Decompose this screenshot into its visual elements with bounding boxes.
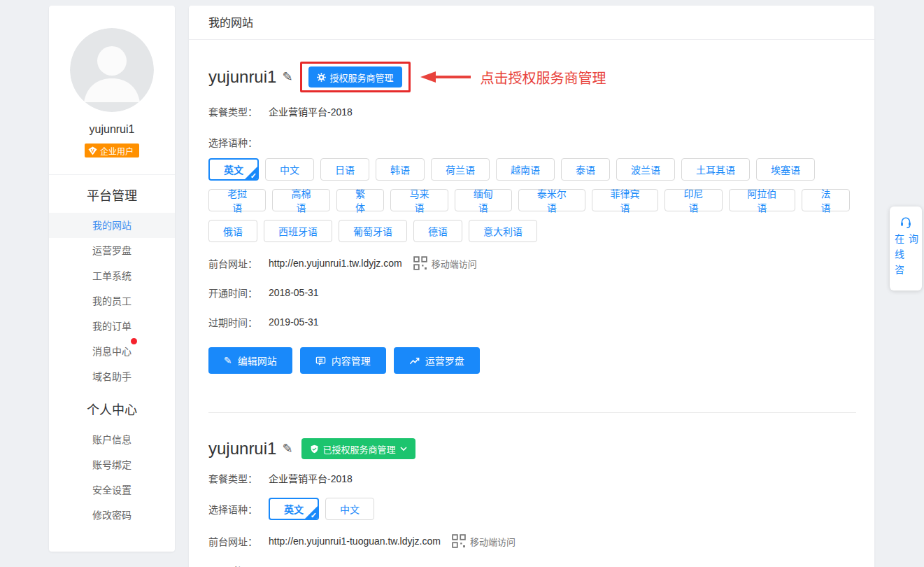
annotation-arrow	[420, 71, 471, 83]
site-url[interactable]: http://en.yujunrui1-tuoguan.tw.ldyjz.com	[269, 536, 441, 547]
package-type-value: 企业营销平台-2018	[269, 471, 353, 485]
lang-button[interactable]: 印尼语	[664, 189, 722, 211]
lang-button[interactable]: 日语	[320, 158, 369, 181]
avatar	[70, 28, 154, 112]
lang-button[interactable]: 意大利语	[469, 220, 537, 242]
notification-dot	[131, 338, 137, 344]
lang-button-english[interactable]: 英文 ✓	[269, 498, 319, 520]
lang-button[interactable]: 阿拉伯语	[729, 189, 796, 211]
sidebar-item-account-info[interactable]: 账户信息	[49, 427, 175, 452]
lang-button[interactable]: 越南语	[496, 158, 555, 181]
site-card-2: yujunrui1 ✎ 已授权服务商管理 套餐类型：	[208, 438, 856, 567]
package-type-value: 企业营销平台-2018	[269, 104, 353, 118]
language-row-2: 老挝语 高棉语 繁体 马来语 缅甸语 泰米尔语 菲律宾语 印尼语 阿拉伯语 法语	[208, 189, 856, 211]
page: yujunrui1 V 企业用户 平台管理 我的网站 运营罗盘 工单系统 我的员…	[0, 0, 924, 567]
sidebar-item-domain-helper[interactable]: 域名助手	[49, 364, 175, 389]
lang-button[interactable]: 土耳其语	[681, 158, 750, 181]
page-title: 我的网站	[189, 6, 874, 40]
open-date-label: 开通时间：	[208, 564, 269, 567]
online-consult-label: 在线咨询	[892, 234, 920, 290]
lang-button[interactable]: 繁体	[336, 189, 385, 211]
sidebar-username: yujunrui1	[49, 123, 175, 136]
lang-button[interactable]: 法语	[802, 189, 850, 211]
main-panel: 我的网站 yujunrui1 ✎	[189, 6, 874, 567]
lang-button[interactable]: 德语	[413, 220, 462, 242]
edit-name-icon[interactable]: ✎	[282, 69, 292, 85]
lang-button[interactable]: 菲律宾语	[592, 189, 659, 211]
edit-website-button[interactable]: ✎ 编辑网站	[208, 347, 292, 374]
authorize-provider-label: 授权服务商管理	[330, 71, 394, 84]
sidebar-item-account-binding[interactable]: 账号绑定	[49, 452, 175, 477]
check-icon: ✓	[250, 172, 257, 181]
user-silhouette-icon	[70, 28, 154, 112]
lang-button[interactable]: 埃塞语	[756, 158, 815, 181]
authorized-provider-label: 已授权服务商管理	[323, 442, 396, 456]
lang-button[interactable]: 马来语	[390, 189, 448, 211]
trend-up-icon	[409, 356, 420, 366]
lang-button[interactable]: 高棉语	[272, 189, 329, 211]
authorized-provider-button[interactable]: 已授权服务商管理	[301, 438, 415, 459]
authorize-provider-button[interactable]: 授权服务商管理	[308, 66, 402, 88]
open-date-label: 开通时间：	[208, 286, 269, 300]
sidebar-item-ticket-system[interactable]: 工单系统	[49, 263, 175, 288]
language-select-label: 选择语种：	[208, 502, 269, 516]
site-url-label: 前台网址：	[208, 256, 269, 270]
qr-code-icon[interactable]	[452, 534, 466, 548]
shield-check-icon	[310, 444, 319, 454]
sidebar-item-message-center[interactable]: 消息中心	[49, 339, 175, 364]
site-name: yujunrui1	[208, 67, 276, 87]
lang-button[interactable]: 老挝语	[208, 189, 266, 211]
open-date-value: 2018-05-31	[269, 287, 319, 298]
svg-text:V: V	[91, 147, 94, 153]
badge-label: 企业用户	[100, 145, 134, 157]
arrow-left-icon	[420, 71, 436, 83]
headset-icon	[899, 216, 913, 229]
lang-button[interactable]: 缅甸语	[455, 189, 512, 211]
sidebar-section-personal: 个人中心	[49, 389, 175, 419]
content-manage-button[interactable]: 内容管理	[300, 347, 386, 374]
language-row-1: 英文 ✓ 中文 日语 韩语 荷兰语 越南语 泰语 波兰语 土耳其语 埃塞语	[208, 158, 856, 181]
site-actions: ✎ 编辑网站 内容管理	[208, 347, 856, 374]
sidebar-item-my-staff[interactable]: 我的员工	[49, 288, 175, 314]
lang-button[interactable]: 泰米尔语	[518, 189, 585, 211]
lang-button[interactable]: 葡萄牙语	[339, 220, 407, 242]
sidebar-item-security-settings[interactable]: 安全设置	[49, 477, 175, 503]
online-consult-widget[interactable]: 在线咨询	[890, 206, 922, 290]
section-divider	[208, 412, 856, 413]
package-type-label: 套餐类型：	[208, 104, 269, 118]
check-icon: ✓	[311, 511, 317, 520]
expire-date-value: 2019-05-31	[269, 316, 319, 328]
site-card-1: yujunrui1 ✎	[208, 62, 856, 374]
lang-button[interactable]: 中文	[325, 498, 374, 520]
lang-button[interactable]: 俄语	[208, 220, 257, 242]
chat-icon	[315, 356, 326, 366]
sidebar: yujunrui1 V 企业用户 平台管理 我的网站 运营罗盘 工单系统 我的员…	[49, 6, 175, 552]
lang-button-english[interactable]: 英文 ✓	[208, 158, 259, 181]
sidebar-item-change-password[interactable]: 修改密码	[49, 503, 175, 528]
annotation-highlight-box: 授权服务商管理	[300, 62, 411, 92]
language-select-label: 选择语种：	[208, 135, 269, 149]
gear-icon	[317, 73, 326, 82]
mobile-access-label[interactable]: 移动端访问	[470, 535, 516, 548]
expire-date-label: 过期时间：	[208, 315, 269, 329]
lang-button[interactable]: 中文	[265, 158, 314, 181]
lang-button[interactable]: 韩语	[376, 158, 425, 181]
package-type-label: 套餐类型：	[208, 471, 269, 485]
site-name: yujunrui1	[208, 439, 276, 458]
pencil-icon: ✎	[224, 355, 232, 366]
site-url[interactable]: http://en.yujunrui1.tw.ldyjz.com	[269, 258, 402, 269]
mobile-access-label[interactable]: 移动端访问	[432, 257, 477, 270]
operation-compass-button[interactable]: 运营罗盘	[394, 347, 480, 374]
sidebar-item-my-orders[interactable]: 我的订单	[49, 314, 175, 339]
sidebar-item-operation-compass[interactable]: 运营罗盘	[49, 238, 175, 263]
qr-code-icon[interactable]	[413, 256, 427, 270]
site-url-label: 前台网址：	[208, 534, 269, 548]
lang-button[interactable]: 泰语	[561, 158, 610, 181]
annotation-text: 点击授权服务商管理	[481, 67, 606, 88]
lang-button[interactable]: 荷兰语	[431, 158, 490, 181]
lang-button[interactable]: 波兰语	[616, 158, 675, 181]
edit-name-icon[interactable]: ✎	[282, 441, 292, 456]
lang-button[interactable]: 西班牙语	[264, 220, 332, 242]
sidebar-item-my-website[interactable]: 我的网站	[49, 213, 175, 238]
vip-diamond-icon: V	[88, 146, 97, 155]
